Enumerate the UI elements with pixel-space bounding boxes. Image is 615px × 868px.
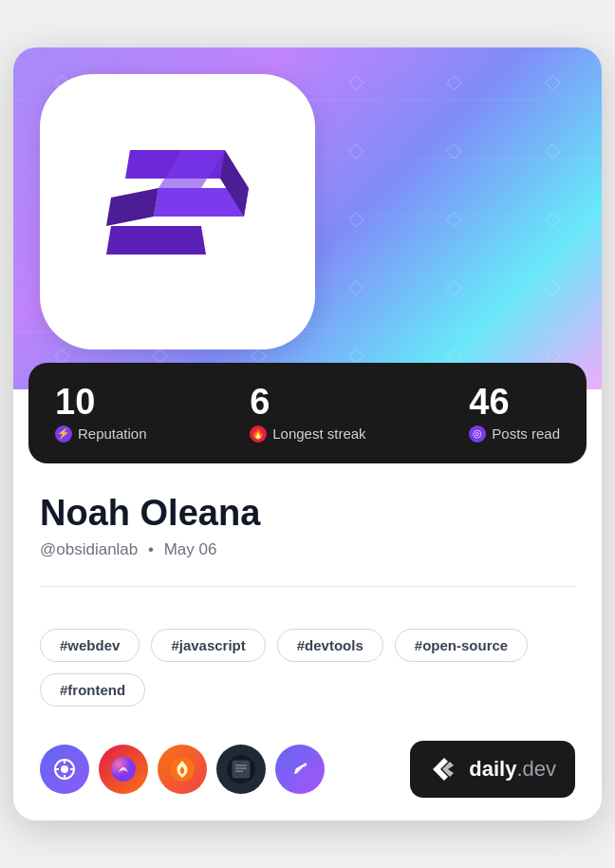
reputation-label: Reputation <box>78 425 147 442</box>
daily-dev-badge: daily.dev <box>410 741 575 798</box>
reputation-icon: ⚡ <box>55 425 72 443</box>
avatar-1[interactable] <box>40 745 89 794</box>
svg-point-21 <box>61 765 68 773</box>
posts-read-label-row: ◎ Posts read <box>469 425 560 443</box>
tag-devtools[interactable]: #devtools <box>277 629 383 662</box>
avatar-4[interactable] <box>216 745 266 794</box>
daily-text: daily <box>469 757 516 781</box>
svg-rect-29 <box>233 761 250 778</box>
tag-javascript[interactable]: #javascript <box>151 629 265 662</box>
tags-section: #webdev #javascript #devtools #open-sour… <box>13 629 602 729</box>
tag-frontend[interactable]: #frontend <box>40 673 145 707</box>
profile-section: Noah Oleana @obsidianlab • May 06 <box>13 463 602 630</box>
join-date: May 06 <box>164 540 217 558</box>
avatar-5[interactable] <box>275 745 325 794</box>
hero-banner: ◇ ◇ ◇ ◇ ◇ ◇ ◇ ◇ ◇ ◇ ◇ ◇ ◇ ◇ ◇ ◇ ◇ ◇ ◇ ◇ … <box>13 47 602 389</box>
streak-icon: 🔥 <box>250 425 267 443</box>
footer-section: daily.dev <box>13 729 602 821</box>
avatar-3[interactable] <box>158 745 207 794</box>
tag-webdev[interactable]: #webdev <box>40 629 140 662</box>
tag-open-source[interactable]: #open-source <box>395 629 528 662</box>
daily-dev-wordmark: daily.dev <box>469 757 556 782</box>
username: @obsidianlab <box>40 540 138 558</box>
stat-posts-read: 46 ◎ Posts read <box>469 384 560 443</box>
avatar-2[interactable] <box>99 745 148 794</box>
posts-read-value: 46 <box>469 384 560 420</box>
meta-dot: • <box>148 540 154 558</box>
user-meta: @obsidianlab • May 06 <box>40 540 575 559</box>
streak-label-row: 🔥 Longest streak <box>250 425 365 443</box>
avatar-row <box>40 745 325 794</box>
app-icon <box>40 74 315 349</box>
app-logo-svg <box>83 117 272 307</box>
posts-read-label: Posts read <box>492 425 560 442</box>
posts-read-icon: ◎ <box>469 425 486 443</box>
stat-reputation: 10 ⚡ Reputation <box>55 384 147 443</box>
daily-dev-dot-text: .dev <box>516 757 556 781</box>
svg-marker-16 <box>106 226 206 255</box>
stat-streak: 6 🔥 Longest streak <box>250 384 365 443</box>
reputation-value: 10 <box>55 384 147 420</box>
streak-label: Longest streak <box>272 425 365 442</box>
divider <box>40 586 575 587</box>
daily-dev-logo: daily.dev <box>469 757 556 782</box>
streak-value: 6 <box>250 384 365 420</box>
stats-bar: 10 ⚡ Reputation 6 🔥 Longest streak 46 ◎ … <box>28 363 587 463</box>
reputation-label-row: ⚡ Reputation <box>55 425 147 443</box>
daily-dev-icon <box>429 754 459 784</box>
user-name: Noah Oleana <box>40 494 575 534</box>
profile-card: ◇ ◇ ◇ ◇ ◇ ◇ ◇ ◇ ◇ ◇ ◇ ◇ ◇ ◇ ◇ ◇ ◇ ◇ ◇ ◇ … <box>13 47 602 821</box>
